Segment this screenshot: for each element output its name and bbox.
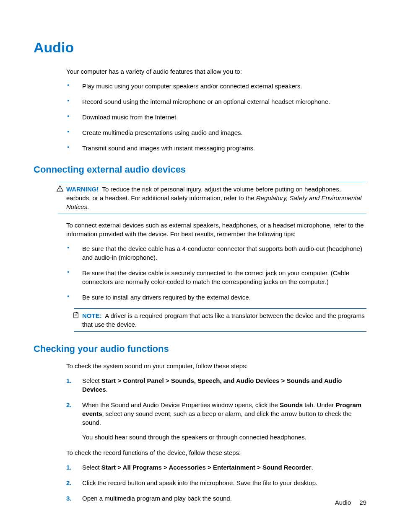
- intro-paragraph: Your computer has a variety of audio fea…: [66, 67, 366, 76]
- section-b-para1: To check the system sound on your comput…: [66, 362, 366, 370]
- list-item: Record sound using the internal micropho…: [66, 97, 366, 106]
- list-item: Be sure to install any drivers required …: [66, 293, 366, 302]
- list-item: Transmit sound and images with instant m…: [66, 144, 366, 152]
- warning-text-post: .: [87, 203, 89, 210]
- step-item: 3. Open a multimedia program and play ba…: [66, 494, 366, 503]
- svg-point-1: [60, 190, 60, 191]
- note-text: A driver is a required program that acts…: [82, 312, 365, 328]
- page-footer: Audio 29: [335, 498, 366, 507]
- step-bold: Start > Control Panel > Sounds, Speech, …: [82, 377, 342, 393]
- step-text: tab. Under: [303, 401, 335, 408]
- step-text: Select: [82, 377, 101, 384]
- step-text: When the Sound and Audio Device Properti…: [82, 401, 280, 408]
- step-text: .: [106, 386, 108, 393]
- step-extra-text: You should hear sound through the speake…: [82, 433, 366, 442]
- note-callout: NOTE: A driver is a required program tha…: [74, 308, 366, 332]
- list-item: Create multimedia presentations using au…: [66, 128, 366, 137]
- step-item: 2. When the Sound and Audio Device Prope…: [66, 400, 366, 442]
- step-text: Select: [82, 464, 101, 471]
- note-icon: [72, 311, 80, 319]
- section-heading-checking: Checking your audio functions: [34, 343, 366, 356]
- page-title: Audio: [34, 38, 366, 58]
- intro-bullet-list: Play music using your computer speakers …: [66, 82, 366, 152]
- step-bold: Sounds: [280, 401, 303, 408]
- footer-section: Audio: [335, 499, 351, 506]
- footer-page-number: 29: [359, 499, 366, 506]
- section-b-para2: To check the record functions of the dev…: [66, 448, 366, 457]
- document-page: Audio Your computer has a variety of aud…: [0, 0, 400, 532]
- list-item: Play music using your computer speakers …: [66, 82, 366, 90]
- note-label: NOTE:: [82, 312, 102, 319]
- step-item: 1. Select Start > All Programs > Accesso…: [66, 463, 366, 472]
- step-text: , select any sound event, such as a beep…: [82, 410, 352, 426]
- warning-label: WARNING!: [66, 186, 99, 193]
- warning-icon: [56, 185, 64, 192]
- section-a-bullet-list: Be sure that the device cable has a 4-co…: [66, 244, 366, 302]
- step-item: 2. Click the record button and speak int…: [66, 478, 366, 487]
- step-number: 2.: [66, 400, 72, 409]
- step-number: 1.: [66, 376, 72, 385]
- step-number: 3.: [66, 494, 72, 503]
- step-number: 1.: [66, 463, 72, 472]
- list-item: Be sure that the device cable has a 4-co…: [66, 244, 366, 262]
- step-text: Click the record button and speak into t…: [82, 479, 317, 486]
- section-a-paragraph: To connect external devices such as exte…: [66, 221, 366, 238]
- list-item: Download music from the Internet.: [66, 113, 366, 121]
- steps-list-2: 1. Select Start > All Programs > Accesso…: [66, 463, 366, 503]
- step-number: 2.: [66, 478, 72, 487]
- step-bold: Start > All Programs > Accessories > Ent…: [101, 464, 312, 471]
- step-text: Open a multimedia program and play back …: [82, 495, 232, 502]
- warning-callout: WARNING! To reduce the risk of personal …: [58, 182, 366, 214]
- list-item: Be sure that the device cable is securel…: [66, 269, 366, 286]
- section-heading-connecting: Connecting external audio devices: [34, 163, 366, 176]
- step-item: 1. Select Start > Control Panel > Sounds…: [66, 376, 366, 394]
- steps-list-1: 1. Select Start > Control Panel > Sounds…: [66, 376, 366, 442]
- step-text: .: [312, 464, 313, 471]
